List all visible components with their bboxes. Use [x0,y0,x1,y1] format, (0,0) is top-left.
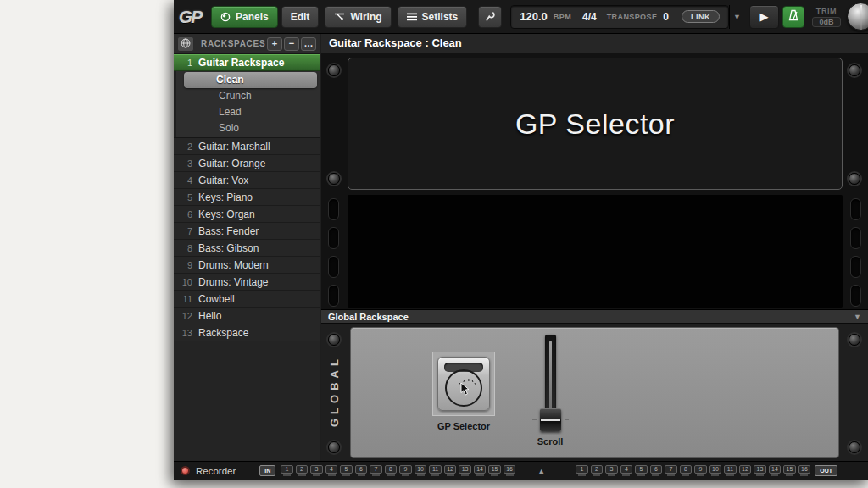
channel-meter[interactable]: 1 [281,465,293,476]
channel-meter[interactable]: 12 [444,465,457,476]
channel-meter[interactable]: 2 [296,465,309,476]
transpose-value[interactable]: 0 [663,11,669,23]
rack-slot [850,227,861,249]
rackspace-item[interactable]: 8Bass: Gibson [174,240,320,257]
edit-button[interactable]: Edit [281,6,320,28]
rackspace-item[interactable]: 12Hello [174,308,320,324]
trim-control[interactable]: TRIM 0dB [812,7,841,27]
more-options-button[interactable]: … [301,37,316,51]
global-rackspace-button[interactable] [177,36,194,52]
channel-meter[interactable]: 8 [680,465,693,476]
channel-meter[interactable]: 5 [340,465,353,476]
channel-meter[interactable]: 11 [724,465,737,476]
global-rackspace-header[interactable]: Global Rackspace ▼ [321,309,868,324]
channel-meter[interactable]: 7 [665,465,677,476]
add-rackspace-button[interactable]: + [267,37,282,51]
channel-meter[interactable]: 2 [591,465,604,476]
play-button[interactable]: ▶ [749,5,779,29]
channel-level [358,474,365,476]
rackspace-number: 1 [174,58,192,68]
gp-selector-widget[interactable] [432,352,495,416]
rackspace-number: 5 [174,192,192,202]
channel-level [667,474,675,476]
channel-level [593,474,600,476]
knob-widget-body[interactable] [437,357,490,411]
transpose-label: TRANSPOSE [607,13,658,21]
link-button[interactable]: LINK [682,10,720,23]
channel-meter[interactable]: 16 [798,465,811,476]
rackspace-item[interactable]: 11Cowbell [174,291,320,308]
channel-meter[interactable]: 16 [504,465,516,476]
rackspace-item[interactable]: 6Keys: Organ [174,206,320,223]
channel-level [726,474,734,476]
tempo-display[interactable]: 120.0 BPM 4/4 TRANSPOSE 0 LINK [510,5,729,29]
channel-meter[interactable]: 3 [605,465,618,476]
setlists-button[interactable]: Setlists [398,6,468,28]
rackspace-item[interactable]: 10Drums: Vintage [174,274,320,291]
panels-button[interactable]: Panels [211,6,278,28]
channel-meter[interactable]: 13 [754,465,766,476]
channel-level [786,474,793,476]
rackspace-item[interactable]: 9Drums: Modern [174,257,320,274]
rack-panel[interactable]: GP Selector [348,58,843,190]
channel-meter[interactable]: 15 [783,465,796,476]
time-signature[interactable]: 4/4 [582,11,597,23]
channel-meter[interactable]: 6 [355,465,368,476]
channel-meter[interactable]: 10 [415,465,427,476]
globe-icon [181,36,191,52]
channel-meter[interactable]: 11 [429,465,442,476]
channel-meter[interactable]: 9 [694,465,707,476]
rackspace-item[interactable]: 4Guitar: Vox [174,172,320,189]
trim-label: TRIM [812,7,841,15]
rackspace-name: Drums: Vintage [198,276,268,288]
knob-icon[interactable] [445,369,482,407]
variation-item[interactable]: Lead [176,104,317,120]
channel-meter[interactable]: 15 [488,465,501,476]
scroll-slider-handle[interactable] [540,408,561,431]
channel-meter[interactable]: 13 [459,465,471,476]
rack-panel-empty[interactable] [348,195,843,308]
record-icon[interactable] [181,466,190,475]
channel-level [328,474,336,476]
bpm-value[interactable]: 120.0 [520,10,548,23]
rackspace-item[interactable]: 5Keys: Piano [174,189,320,206]
channel-meter[interactable]: 12 [739,465,752,476]
bar-collapse-icon[interactable]: ▲ [537,467,545,475]
channel-number: 7 [370,465,382,474]
channel-meter[interactable]: 4 [620,465,633,476]
rackspace-item[interactable]: 1Guitar Rackspace [174,54,320,71]
channel-meter[interactable]: 6 [650,465,663,476]
variation-item[interactable]: Clean [184,72,317,88]
channel-meter[interactable]: 3 [310,465,323,476]
rackspace-name: Rackspace [198,327,248,339]
rackspace-item[interactable]: 2Guitar: Marshall [174,138,320,155]
metronome-button[interactable] [782,6,804,28]
master-gain-knob[interactable] [847,3,868,30]
channel-number: 6 [650,465,663,474]
channel-meter[interactable]: 5 [635,465,648,476]
channel-meter[interactable]: 9 [399,465,412,476]
channel-level [372,474,380,476]
variation-item[interactable]: Solo [176,120,317,136]
channel-meter[interactable]: 7 [370,465,382,476]
channel-level [431,474,439,476]
channel-level [771,474,778,476]
channel-meter[interactable]: 4 [326,465,338,476]
variation-item[interactable]: Crunch [176,88,317,104]
wiring-button[interactable]: Wiring [325,6,391,28]
tuner-button[interactable] [478,6,502,28]
channel-number: 4 [326,465,338,474]
channel-meter[interactable]: 8 [385,465,398,476]
remove-rackspace-button[interactable]: − [284,37,299,51]
tempo-dropdown-arrow[interactable]: ▼ [729,5,744,29]
rackspace-number: 7 [174,226,192,236]
rackspace-item[interactable]: 13Rackspace [174,324,320,341]
rackspace-item[interactable]: 3Guitar: Orange [174,155,320,172]
channel-meter[interactable]: 14 [769,465,782,476]
rackspace-item[interactable]: 7Bass: Fender [174,223,320,240]
wiring-icon [334,12,345,21]
channel-meter[interactable]: 14 [474,465,487,476]
channel-meter[interactable]: 1 [576,465,588,476]
global-collapse-icon[interactable]: ▼ [854,313,861,321]
channel-meter[interactable]: 10 [709,465,722,476]
